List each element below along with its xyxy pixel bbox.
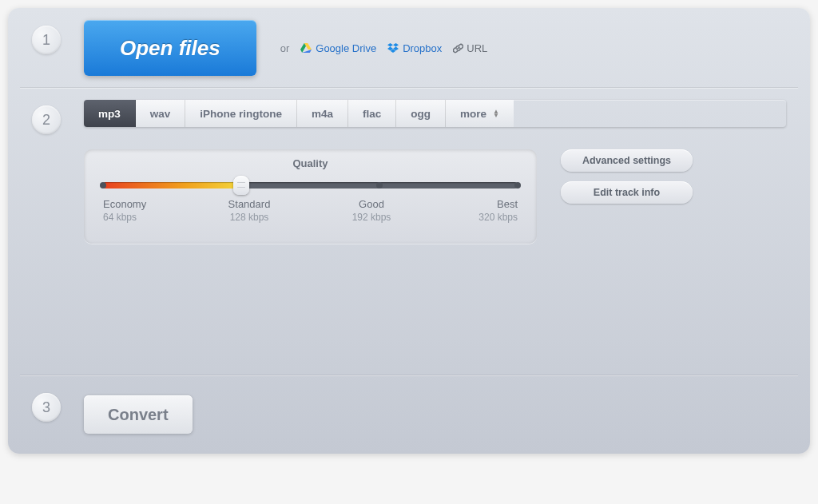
quality-title: Quality xyxy=(103,157,518,169)
format-tab-flac[interactable]: flac xyxy=(348,100,396,127)
url-link[interactable]: URL xyxy=(453,42,487,54)
quality-slider[interactable] xyxy=(103,182,518,189)
quality-marks: Economy 64 kbps Standard 128 kbps Good 1… xyxy=(103,198,518,223)
format-tab-ogg[interactable]: ogg xyxy=(396,100,446,127)
open-files-button[interactable]: Open files xyxy=(84,20,256,76)
step-badge-3: 3 xyxy=(32,393,61,422)
url-label: URL xyxy=(467,42,487,54)
app-container: 1 Open files or Google Drive Dropbox URL… xyxy=(8,8,810,454)
format-tab-iphone[interactable]: iPhone ringtone xyxy=(185,100,297,127)
quality-mark-sub-0: 64 kbps xyxy=(103,212,151,223)
quality-mark-sub-3: 320 kbps xyxy=(470,212,518,223)
quality-panel: Quality Economy 64 kbps Standard 128 xyxy=(84,149,537,244)
quality-mark-sub-2: 192 kbps xyxy=(347,212,395,223)
quality-slider-fill xyxy=(103,182,241,189)
or-label: or xyxy=(280,42,290,54)
dropbox-link[interactable]: Dropbox xyxy=(387,42,442,54)
format-tab-m4a[interactable]: m4a xyxy=(297,100,348,127)
section-convert: 3 Convert xyxy=(8,375,810,454)
quality-tick-3 xyxy=(514,182,521,189)
quality-tick-2 xyxy=(376,182,383,189)
step-badge-2: 2 xyxy=(32,105,61,134)
format-tab-more-label: more xyxy=(460,108,486,120)
section-format: 2 mp3 wav iPhone ringtone m4a flac ogg m… xyxy=(8,88,810,375)
step-badge-1: 1 xyxy=(32,26,61,54)
quality-tick-0 xyxy=(100,182,106,189)
format-tabs: mp3 wav iPhone ringtone m4a flac ogg mor… xyxy=(84,100,786,127)
quality-mark-sub-1: 128 kbps xyxy=(225,212,273,223)
format-tab-more[interactable]: more ▲▼ xyxy=(446,100,514,127)
quality-mark-label-1: Standard xyxy=(225,198,273,210)
dropbox-icon xyxy=(387,43,399,53)
quality-slider-thumb[interactable] xyxy=(233,176,249,195)
google-drive-link[interactable]: Google Drive xyxy=(300,42,376,54)
quality-mark-label-0: Economy xyxy=(103,198,151,210)
convert-button[interactable]: Convert xyxy=(84,395,193,434)
link-icon xyxy=(453,43,463,54)
section-open: 1 Open files or Google Drive Dropbox URL xyxy=(8,8,810,88)
google-drive-icon xyxy=(300,43,312,53)
advanced-settings-button[interactable]: Advanced settings xyxy=(561,149,693,172)
format-tab-mp3[interactable]: mp3 xyxy=(84,100,136,127)
google-drive-label: Google Drive xyxy=(316,42,376,54)
dropbox-label: Dropbox xyxy=(403,42,442,54)
edit-track-info-button[interactable]: Edit track info xyxy=(561,181,693,204)
format-tab-wav[interactable]: wav xyxy=(136,100,186,127)
cloud-source-row: or Google Drive Dropbox URL xyxy=(280,42,488,54)
chevron-updown-icon: ▲▼ xyxy=(493,109,499,117)
quality-mark-label-2: Good xyxy=(347,198,395,210)
quality-mark-label-3: Best xyxy=(470,198,518,210)
